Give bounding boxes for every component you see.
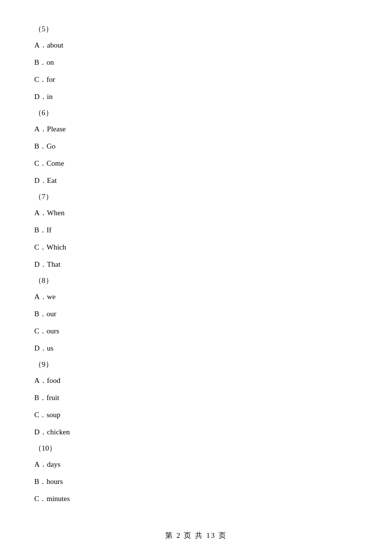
question-number-7: （7） — [34, 192, 358, 202]
option-q5-1: B．on — [34, 56, 358, 69]
question-number-9: （9） — [34, 360, 358, 369]
option-q8-1: B．our — [34, 307, 358, 321]
option-q5-2: C．for — [34, 73, 358, 86]
option-q7-2: C．Which — [34, 241, 358, 254]
option-q8-2: C．ours — [34, 325, 358, 338]
option-q7-0: A．When — [34, 206, 358, 220]
option-q10-1: B．hours — [34, 475, 358, 488]
option-q9-3: D．chicken — [34, 426, 358, 439]
main-content: （5）A．aboutB．onC．forD．in（6）A．PleaseB．GoC．… — [0, 0, 392, 539]
page-footer: 第 2 页 共 13 页 — [0, 531, 392, 540]
option-q6-3: D．Eat — [34, 174, 358, 187]
option-q9-0: A．food — [34, 374, 358, 387]
option-q7-1: B．If — [34, 224, 358, 237]
option-q5-0: A．about — [34, 39, 358, 52]
option-q10-2: C．minutes — [34, 492, 358, 505]
option-q9-1: B．fruit — [34, 391, 358, 404]
question-number-8: （8） — [34, 276, 358, 285]
question-number-10: （10） — [34, 444, 358, 453]
option-q10-0: A．days — [34, 458, 358, 471]
question-number-5: （5） — [34, 25, 358, 34]
option-q9-2: C．soup — [34, 408, 358, 422]
option-q8-3: D．us — [34, 342, 358, 355]
option-q6-2: C．Come — [34, 157, 358, 170]
option-q7-3: D．That — [34, 258, 358, 271]
option-q6-1: B．Go — [34, 140, 358, 153]
option-q6-0: A．Please — [34, 123, 358, 136]
option-q8-0: A．we — [34, 290, 358, 303]
question-number-6: （6） — [34, 108, 358, 118]
option-q5-3: D．in — [34, 90, 358, 103]
